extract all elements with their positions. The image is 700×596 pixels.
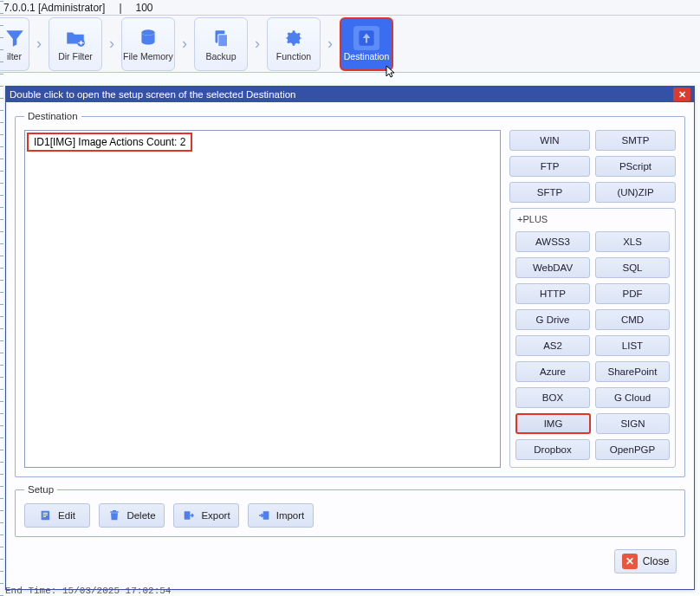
footer-log-line: End Time: 15/03/2025 17:02:54 (5, 586, 171, 596)
upload-icon (353, 26, 379, 50)
export-label: Export (201, 510, 230, 521)
top-status-bar: 7.0.0.1 [Administrator] | 100 (0, 0, 700, 16)
sharepoint-button[interactable]: SharePoint (595, 361, 670, 382)
ribbon-function-label: Function (276, 51, 311, 62)
ribbon-filemem-label: File Memory (123, 51, 173, 62)
sign-button[interactable]: SIGN (596, 413, 670, 434)
gear-icon (281, 26, 307, 50)
dialog-titlebar: Double click to open the setup screen of… (6, 87, 694, 102)
edit-icon (39, 509, 53, 522)
dialog-close-x[interactable]: ✕ (673, 87, 690, 101)
ribbon-function[interactable]: Function (267, 17, 321, 71)
ribbon-destination[interactable]: Destination (340, 17, 393, 71)
status-value: 100 (136, 2, 153, 14)
win-button[interactable]: WIN (509, 130, 590, 151)
ribbon-dir-filter[interactable]: Dir Filter (49, 17, 102, 71)
close-icon: ✕ (678, 89, 686, 100)
database-icon (135, 26, 161, 50)
pscript-button[interactable]: PScript (595, 156, 676, 177)
ribbon-separator: › (248, 35, 267, 53)
ribbon-separator: › (321, 35, 340, 53)
azure-button[interactable]: Azure (515, 361, 590, 382)
svg-rect-5 (42, 511, 49, 521)
delete-button[interactable]: Delete (99, 503, 165, 528)
dropbox-button[interactable]: Dropbox (515, 439, 590, 460)
close-label: Close (643, 555, 670, 567)
pdf-button[interactable]: PDF (595, 283, 670, 304)
destination-type-panel: WIN SMTP FTP PScript SFTP (UN)ZIP +PLUS (509, 130, 676, 468)
delete-label: Delete (126, 510, 155, 521)
ribbon-filter[interactable]: ilter (0, 17, 29, 71)
ribbon-separator: › (102, 35, 121, 53)
import-label: Import (276, 510, 305, 521)
dialog-title-text: Double click to open the setup screen of… (10, 89, 296, 100)
funnel-icon (2, 26, 28, 50)
svg-rect-3 (218, 35, 228, 47)
awss3-button[interactable]: AWSS3 (515, 231, 590, 252)
close-x-icon: ✕ (622, 554, 638, 569)
ribbon-backup-label: Backup (205, 51, 236, 62)
destination-list-item[interactable]: ID1[IMG] Image Actions Count: 2 (27, 133, 192, 152)
ribbon-file-memory[interactable]: File Memory (121, 17, 175, 71)
cmd-button[interactable]: CMD (595, 309, 670, 330)
folder-plus-icon (62, 26, 88, 50)
smtp-button[interactable]: SMTP (595, 130, 676, 151)
status-separator: | (119, 2, 121, 14)
close-button[interactable]: ✕ Close (614, 549, 677, 573)
svg-point-1 (141, 29, 154, 36)
copy-icon (208, 26, 234, 50)
edit-label: Edit (58, 510, 75, 521)
gcloud-button[interactable]: G Cloud (595, 387, 670, 408)
ribbon-filter-label: ilter (7, 51, 22, 62)
gdrive-button[interactable]: G Drive (515, 309, 590, 330)
destination-dialog: Double click to open the setup screen of… (5, 86, 695, 590)
plus-label: +PLUS (515, 214, 670, 224)
trash-icon (107, 509, 121, 522)
ftp-button[interactable]: FTP (509, 156, 590, 177)
ribbon-toolbar: ilter › Dir Filter › File Memory › Backu… (0, 16, 700, 73)
webdav-button[interactable]: WebDAV (515, 257, 590, 278)
destination-listbox[interactable]: ID1[IMG] Image Actions Count: 2 (24, 130, 501, 468)
xls-button[interactable]: XLS (595, 231, 670, 252)
edit-button[interactable]: Edit (24, 503, 90, 528)
plus-group: +PLUS AWSS3 XLS WebDAV SQL HTTP PDF (509, 208, 676, 468)
ribbon-separator: › (29, 35, 49, 53)
http-button[interactable]: HTTP (515, 283, 590, 304)
ribbon-dirfilter-label: Dir Filter (58, 51, 93, 62)
svg-rect-6 (185, 511, 191, 519)
background-markers (0, 0, 3, 596)
ribbon-separator: › (175, 35, 194, 53)
export-button[interactable]: Export (173, 503, 239, 528)
list-button[interactable]: LIST (595, 335, 670, 356)
as2-button[interactable]: AS2 (515, 335, 590, 356)
svg-rect-7 (262, 511, 269, 519)
version-label: 7.0.0.1 [Administrator] (3, 2, 105, 14)
openpgp-button[interactable]: OpenPGP (595, 439, 670, 460)
box-button[interactable]: BOX (515, 387, 590, 408)
sftp-button[interactable]: SFTP (509, 182, 590, 203)
img-button[interactable]: IMG (515, 413, 591, 434)
ribbon-backup[interactable]: Backup (194, 17, 248, 71)
setup-legend: Setup (24, 484, 57, 495)
destination-legend: Destination (24, 111, 81, 121)
ribbon-destination-label: Destination (344, 51, 390, 62)
unzip-button[interactable]: (UN)ZIP (595, 182, 676, 203)
export-icon (182, 509, 196, 522)
import-icon (257, 509, 271, 522)
sql-button[interactable]: SQL (595, 257, 670, 278)
import-button[interactable]: Import (248, 503, 314, 528)
